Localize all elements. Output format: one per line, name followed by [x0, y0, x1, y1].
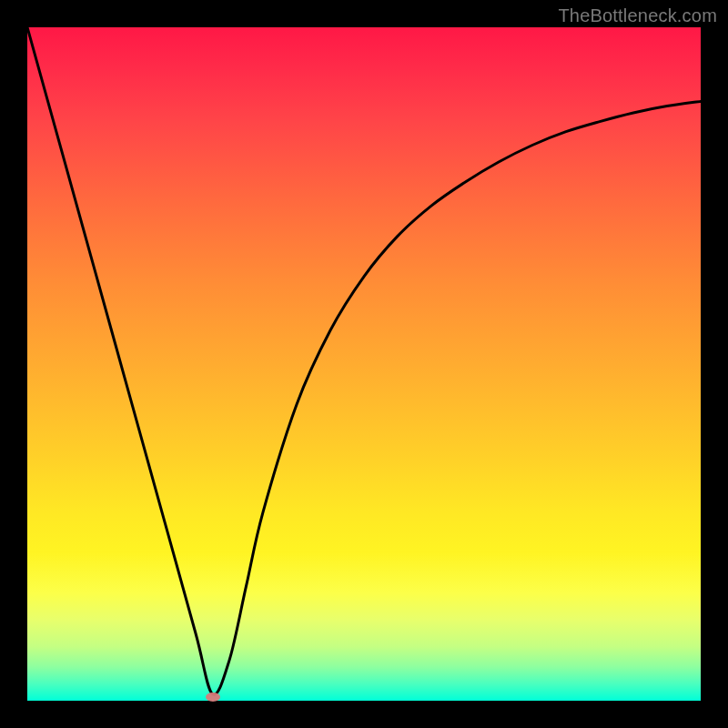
curve-svg	[27, 27, 701, 701]
plot-area	[27, 27, 701, 701]
bottleneck-curve-path	[27, 27, 701, 694]
chart-frame: TheBottleneck.com	[0, 0, 728, 728]
watermark-label: TheBottleneck.com	[558, 5, 717, 26]
minimum-marker	[206, 693, 220, 702]
